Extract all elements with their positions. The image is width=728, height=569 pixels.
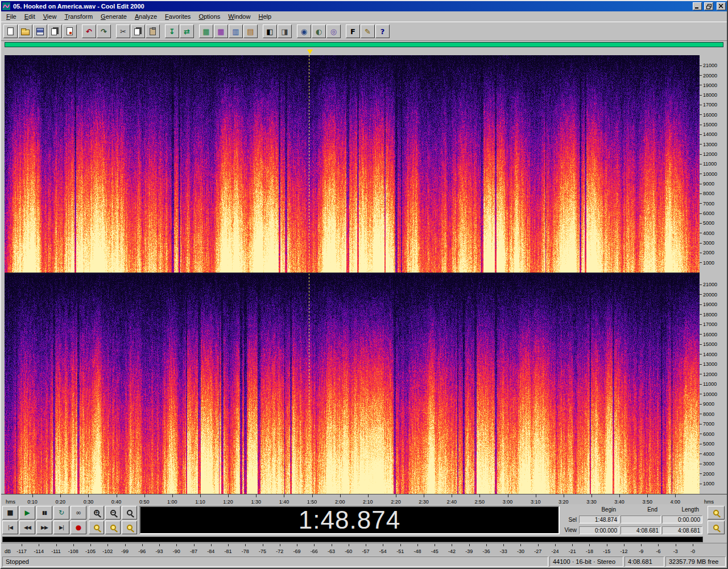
menu-item-view[interactable]: View bbox=[39, 12, 61, 21]
minimize-button[interactable] bbox=[693, 2, 702, 10]
timeline-tick bbox=[60, 494, 61, 497]
selection-length-field[interactable]: 0:00.000 bbox=[662, 516, 702, 523]
undo-icon: ↶ bbox=[86, 28, 92, 35]
function-keys-button[interactable]: F bbox=[346, 24, 360, 38]
marker-button[interactable]: ◨ bbox=[278, 24, 292, 38]
timeline-tick bbox=[564, 494, 564, 497]
freq-label-left-channel: 11000 bbox=[700, 162, 717, 166]
close-button[interactable] bbox=[717, 2, 726, 10]
toolbar-separator bbox=[195, 24, 198, 38]
phase-analysis-button[interactable]: ◐ bbox=[312, 24, 326, 38]
play-button[interactable]: ▶ bbox=[19, 506, 35, 519]
view-begin-field[interactable]: 0:00.000 bbox=[579, 526, 619, 534]
freq-label-right-channel: 10000 bbox=[700, 392, 717, 397]
menu-item-options[interactable]: Options bbox=[195, 12, 224, 21]
vertical-zoom-out-button[interactable] bbox=[708, 521, 725, 534]
selection-begin-field[interactable]: 1:48.874 bbox=[579, 516, 619, 523]
menu-item-generate[interactable]: Generate bbox=[97, 12, 131, 21]
menu-item-analyze[interactable]: Analyze bbox=[131, 12, 161, 21]
redo-button[interactable]: ↷ bbox=[97, 24, 111, 38]
timeline-tick bbox=[619, 494, 620, 497]
record-button[interactable]: ● bbox=[71, 521, 86, 534]
organizer-icon: ▥ bbox=[232, 28, 239, 35]
menu-item-transform[interactable]: Transform bbox=[60, 12, 97, 21]
go-to-start-button[interactable]: |◀ bbox=[2, 521, 18, 534]
timeline-tick bbox=[312, 494, 313, 497]
db-tick bbox=[641, 544, 642, 546]
frequency-ruler[interactable]: 2100020000190001800017000160001500014000… bbox=[700, 55, 727, 494]
waveform-view-button[interactable]: ▦ bbox=[199, 24, 213, 38]
freq-label-left-channel: 2000 bbox=[700, 250, 714, 255]
organizer-button[interactable]: ▥ bbox=[229, 24, 243, 38]
save-button[interactable] bbox=[33, 24, 47, 38]
invert-button[interactable]: ◧ bbox=[263, 24, 277, 38]
playhead-marker[interactable] bbox=[307, 50, 313, 54]
go-to-end-button[interactable]: ▶| bbox=[53, 521, 69, 534]
zoom-selection-right-button[interactable] bbox=[122, 521, 137, 534]
selview-header-length: Length bbox=[662, 506, 702, 513]
menu-item-window[interactable]: Window bbox=[224, 12, 254, 21]
menu-item-favorites[interactable]: Favorites bbox=[161, 12, 195, 21]
rewind-button[interactable]: ◀◀ bbox=[19, 521, 35, 534]
zoom-to-selection-button[interactable] bbox=[89, 521, 104, 534]
zoom-selection-left-button[interactable] bbox=[105, 521, 121, 534]
undo-button[interactable]: ↶ bbox=[82, 24, 96, 38]
freq-label-right-channel: 17000 bbox=[700, 322, 717, 327]
db-tick bbox=[658, 544, 659, 546]
freq-label-left-channel: 5000 bbox=[700, 221, 714, 225]
zoom-full-button[interactable] bbox=[122, 506, 137, 519]
horizontal-position-bar[interactable] bbox=[2, 537, 703, 542]
copy-button[interactable] bbox=[131, 24, 145, 38]
overview-bar[interactable] bbox=[5, 42, 723, 47]
menu-item-edit[interactable]: Edit bbox=[20, 12, 39, 21]
loop-button[interactable]: ∞ bbox=[71, 506, 86, 519]
view-length-field[interactable]: 4:08.681 bbox=[662, 526, 702, 534]
db-label: -105 bbox=[85, 549, 96, 554]
convert-sample-type-button[interactable]: ⇄ bbox=[180, 24, 194, 38]
menu-item-file[interactable]: File bbox=[2, 12, 20, 21]
view-end-field[interactable]: 4:08.681 bbox=[621, 526, 661, 534]
horizontal-position-strip bbox=[1, 536, 727, 543]
stop-icon: ■ bbox=[7, 509, 13, 517]
db-tick bbox=[469, 544, 470, 546]
zoom-out-button[interactable]: − bbox=[105, 506, 121, 519]
cue-list-button[interactable]: ▤ bbox=[243, 24, 258, 38]
menu-item-help[interactable]: Help bbox=[254, 12, 275, 21]
frequency-analysis-icon: ◉ bbox=[301, 28, 307, 35]
timeline-label: 1:10 bbox=[195, 499, 205, 505]
fast-forward-button[interactable]: ▶▶ bbox=[36, 521, 52, 534]
pause-button[interactable]: ▮▮ bbox=[36, 506, 52, 519]
cd-player-button[interactable]: ◎ bbox=[326, 24, 341, 38]
redo-icon: ↷ bbox=[101, 28, 107, 35]
zoom-in-button[interactable]: + bbox=[89, 506, 104, 519]
paste-mix-button[interactable]: ↧ bbox=[165, 24, 179, 38]
play-looped-button[interactable]: ↻ bbox=[53, 506, 69, 519]
restore-button[interactable] bbox=[704, 2, 713, 10]
frequency-analysis-button[interactable]: ◉ bbox=[297, 24, 311, 38]
selection-end-field[interactable] bbox=[621, 516, 661, 523]
timeline-label: 3:30 bbox=[586, 499, 597, 505]
spectral-view-button[interactable]: ▦ bbox=[214, 24, 228, 38]
file-properties-button[interactable] bbox=[63, 24, 77, 38]
spectrogram-left-channel[interactable] bbox=[5, 55, 700, 273]
db-label: -117 bbox=[16, 549, 26, 554]
help-button[interactable]: ? bbox=[375, 24, 390, 38]
save-as-button[interactable] bbox=[48, 24, 62, 38]
new-file-button[interactable] bbox=[3, 24, 18, 38]
selection-row-label: Sel bbox=[563, 517, 578, 523]
cut-button[interactable]: ✂ bbox=[116, 24, 130, 38]
timeline-ruler[interactable]: hms0:100:200:300:400:501:001:101:201:301… bbox=[1, 494, 727, 504]
stop-button[interactable]: ■ bbox=[2, 506, 18, 519]
time-display[interactable]: 1:48.874 bbox=[139, 506, 560, 534]
spectrogram-right-channel[interactable] bbox=[5, 274, 700, 494]
current-time: 1:48.874 bbox=[299, 508, 400, 533]
freq-label-right-channel: 5000 bbox=[700, 442, 714, 446]
vertical-zoom-in-button[interactable] bbox=[708, 506, 725, 519]
script-editor-button[interactable]: ✎ bbox=[361, 24, 375, 38]
open-file-button[interactable] bbox=[18, 24, 32, 38]
play-looped-icon: ↻ bbox=[59, 509, 64, 517]
amplitude-ruler[interactable]: dB-117-114-111-108-105-102-99-96-93-90-8… bbox=[1, 543, 727, 555]
paste-button[interactable] bbox=[146, 24, 160, 38]
freq-label-right-channel: 1000 bbox=[700, 481, 714, 486]
timeline-tick bbox=[647, 494, 648, 497]
